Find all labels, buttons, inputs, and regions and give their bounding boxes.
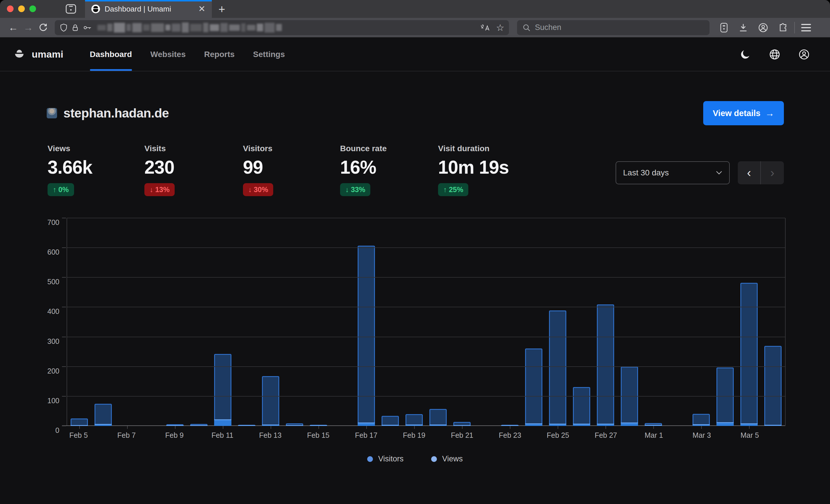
browser-tab[interactable]: Dashboard | Umami ✕ [85,0,212,18]
visitors-bar [262,425,279,426]
chart-x-labels: Feb 5Feb 7Feb 9Feb 11Feb 13Feb 15Feb 17F… [67,431,786,439]
profile-icon[interactable] [798,49,810,60]
firefox-view-icon[interactable] [65,4,77,14]
metric-change-badge: ↓ 13% [145,183,174,196]
search-bar[interactable]: Suchen [517,20,709,35]
menu-icon[interactable] [801,24,811,31]
shield-icon[interactable] [59,23,68,32]
umami-logo-icon [13,48,26,61]
visitors-bar [166,425,184,426]
y-tick [62,277,66,278]
bar-slot-feb-10 [187,218,211,426]
legend-item-views[interactable]: Views [431,455,463,463]
x-tick-label [570,431,594,439]
minimize-window-button[interactable] [18,5,25,12]
metric-label: Visitors [243,144,273,153]
visitors-bar [286,425,303,426]
visitors-bar [716,422,734,426]
extensions-puzzle-icon[interactable] [778,23,788,33]
umami-brand[interactable]: umami [13,48,63,61]
x-tick-label [91,431,115,439]
metric-change-badge: ↓ 30% [243,183,273,196]
views-bar [406,414,423,426]
back-icon[interactable]: ← [6,20,21,35]
theme-toggle-moon-icon[interactable] [739,49,751,60]
reload-icon[interactable] [36,20,51,35]
bar-slot-mar-5 [737,218,761,426]
browser-window: Dashboard | Umami ✕ + ← → [0,0,830,504]
key-icon[interactable] [83,23,92,32]
extension-icon[interactable] [719,23,729,33]
visitors-bar [740,423,758,426]
nav-item-reports[interactable]: Reports [204,38,234,71]
visitors-bar [453,425,471,426]
date-range-dropdown[interactable]: Last 30 days [615,161,730,184]
x-tick-label [666,431,690,439]
x-tick [414,426,415,429]
app-nav: DashboardWebsitesReportsSettings [90,38,285,71]
metric-label: Visit duration [438,144,509,153]
bar-slot-mar-2 [665,218,689,426]
url-bar[interactable]: ☆ [55,20,509,35]
prev-period-button[interactable]: ‹ [738,161,761,184]
bar-slot-feb-9 [163,218,187,426]
brand-name: umami [32,49,63,60]
downloads-icon[interactable] [738,23,748,33]
views-bar [214,354,231,426]
metric-value: 230 [145,157,174,178]
gridline [67,277,785,278]
toolbar-separator [794,22,795,33]
close-window-button[interactable] [7,5,13,12]
bar-slot-feb-13 [258,218,282,426]
metric-visitors: Visitors99↓ 30% [243,144,273,196]
y-tick-label: 600 [47,248,59,256]
bar-slot-feb-15 [306,218,330,426]
legend-label: Visitors [378,455,404,463]
translate-icon[interactable] [481,23,491,32]
visitors-bar [597,424,614,426]
zoom-window-button[interactable] [29,5,36,12]
views-bar [358,246,375,426]
next-period-button[interactable]: › [761,161,784,184]
x-tick-label [426,431,450,439]
metric-bounce-rate: Bounce rate16%↓ 33% [340,144,387,196]
bar-slot-feb-8 [139,218,163,426]
language-globe-icon[interactable] [769,49,780,60]
legend-item-visitors[interactable]: Visitors [367,455,404,463]
x-tick-label [282,431,306,439]
account-icon[interactable] [758,23,768,33]
x-tick [318,426,319,429]
nav-item-settings[interactable]: Settings [253,38,285,71]
x-tick [127,426,128,429]
x-tick-label: Feb 9 [163,431,187,439]
next-website-section: techblog.hadan.de View details → [47,490,784,504]
search-icon [522,23,531,32]
bar-slot-feb-22 [474,218,498,426]
bar-slot-feb-25 [546,218,570,426]
nav-item-websites[interactable]: Websites [151,38,186,71]
x-tick-label [522,431,546,439]
bar-slot-feb-14 [282,218,306,426]
site-title: stephan.hadan.de [63,106,169,121]
x-tick-label: Feb 7 [115,431,138,439]
views-bar [573,387,590,426]
nav-item-dashboard[interactable]: Dashboard [90,38,132,71]
x-tick-label [714,431,738,439]
y-tick [62,337,66,337]
view-details-button[interactable]: View details → [703,101,784,125]
tab-close-icon[interactable]: ✕ [198,5,205,13]
x-tick [175,426,175,429]
lock-icon[interactable] [71,23,79,32]
metric-value: 16% [340,157,387,178]
x-tick [223,426,223,429]
metric-label: Visits [145,144,174,153]
new-tab-button[interactable]: + [219,3,225,16]
views-bar [525,348,542,426]
visitors-bar [358,423,375,426]
y-tick-label: 700 [47,218,59,227]
gridline [67,366,785,367]
chart-plot[interactable] [67,218,786,426]
bookmark-star-icon[interactable]: ☆ [496,23,504,32]
forward-icon[interactable]: → [21,20,36,35]
app-header: umami DashboardWebsitesReportsSettings [0,38,830,71]
